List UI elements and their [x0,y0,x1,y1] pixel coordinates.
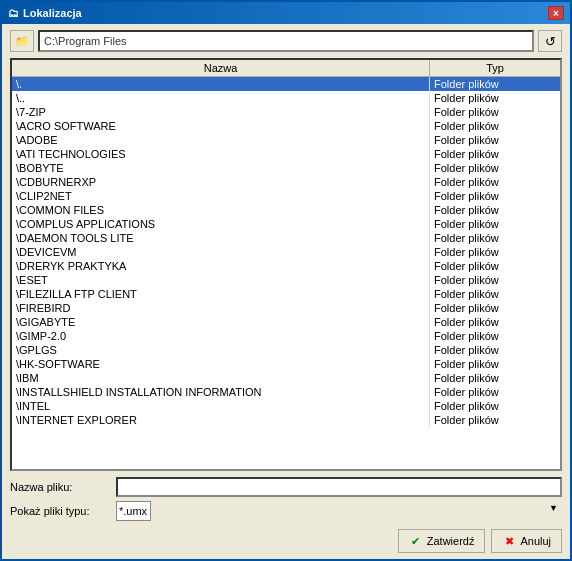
cell-type: Folder plików [430,357,560,371]
table-row[interactable]: \COMMON FILESFolder plików [12,203,560,217]
filetype-row: Pokaż pliki typu: *.umx [10,501,562,521]
title-bar-left: 🗂 Lokalizacja [8,7,82,19]
table-row[interactable]: \COMPLUS APPLICATIONSFolder plików [12,217,560,231]
table-row[interactable]: \.Folder plików [12,77,560,91]
window-icon: 🗂 [8,7,19,19]
cell-name: \GPLGS [12,343,430,357]
cell-type: Folder plików [430,329,560,343]
ok-button[interactable]: ✔ Zatwierdź [398,529,486,553]
table-row[interactable]: \IBMFolder plików [12,371,560,385]
folder-icon-button[interactable]: 📁 [10,30,34,52]
col-header-name: Nazwa [12,60,430,76]
cell-name: \ADOBE [12,133,430,147]
table-row[interactable]: \GIMP-2.0Folder plików [12,329,560,343]
cell-type: Folder plików [430,245,560,259]
cell-type: Folder plików [430,147,560,161]
cell-type: Folder plików [430,133,560,147]
table-row[interactable]: \FIREBIRDFolder plików [12,301,560,315]
cell-name: \CLIP2NET [12,189,430,203]
filetype-label: Pokaż pliki typu: [10,505,110,517]
table-row[interactable]: \FILEZILLA FTP CLIENTFolder plików [12,287,560,301]
table-row[interactable]: \HK-SOFTWAREFolder plików [12,357,560,371]
cell-type: Folder plików [430,217,560,231]
filename-input[interactable] [116,477,562,497]
table-row[interactable]: \BOBYTEFolder plików [12,161,560,175]
table-scroll[interactable]: \.Folder plików\..Folder plików\7-ZIPFol… [12,77,560,469]
cancel-icon: ✖ [502,534,516,548]
table-row[interactable]: \GIGABYTEFolder plików [12,315,560,329]
table-row[interactable]: \ADOBEFolder plików [12,133,560,147]
refresh-button[interactable]: ↺ [538,30,562,52]
path-input[interactable] [38,30,534,52]
table-row[interactable]: \INSTALLSHIELD INSTALLATION INFORMATIONF… [12,385,560,399]
cancel-button[interactable]: ✖ Anuluj [491,529,562,553]
cell-name: \. [12,77,430,91]
table-row[interactable]: \..Folder plików [12,91,560,105]
filename-label: Nazwa pliku: [10,481,110,493]
cell-type: Folder plików [430,343,560,357]
refresh-icon: ↺ [545,34,556,49]
table-row[interactable]: \CDBURNERXPFolder plików [12,175,560,189]
table-row[interactable]: \GPLGSFolder plików [12,343,560,357]
table-row[interactable]: \CLIP2NETFolder plików [12,189,560,203]
table-row[interactable]: \INTELFolder plików [12,399,560,413]
table-header: Nazwa Typ [12,60,560,77]
cell-name: \IBM [12,371,430,385]
cell-name: \ATI TECHNOLOGIES [12,147,430,161]
table-row[interactable]: \DRERYK PRAKTYKAFolder plików [12,259,560,273]
cell-type: Folder plików [430,189,560,203]
cell-name: \FILEZILLA FTP CLIENT [12,287,430,301]
cell-name: \GIGABYTE [12,315,430,329]
table-row[interactable]: \7-ZIPFolder plików [12,105,560,119]
cell-type: Folder plików [430,287,560,301]
cell-name: \ESET [12,273,430,287]
cell-type: Folder plików [430,315,560,329]
bottom-fields: Nazwa pliku: Pokaż pliki typu: *.umx [10,477,562,521]
top-bar: 📁 ↺ [10,30,562,52]
filetype-select-wrapper: *.umx [116,501,562,521]
cell-type: Folder plików [430,119,560,133]
cell-name: \.. [12,91,430,105]
cell-name: \COMMON FILES [12,203,430,217]
content-area: 📁 ↺ Nazwa Typ \.Folder plików\..Folder p… [2,24,570,559]
table-row[interactable]: \ESETFolder plików [12,273,560,287]
table-row[interactable]: \INTERNET EXPLORERFolder plików [12,413,560,427]
cell-name: \7-ZIP [12,105,430,119]
title-bar: 🗂 Lokalizacja × [2,2,570,24]
cell-type: Folder plików [430,105,560,119]
table-row[interactable]: \ACRO SOFTWAREFolder plików [12,119,560,133]
cell-type: Folder plików [430,161,560,175]
filetype-select[interactable]: *.umx [116,501,151,521]
cell-type: Folder plików [430,273,560,287]
cell-type: Folder plików [430,385,560,399]
cell-name: \DAEMON TOOLS LITE [12,231,430,245]
main-window: 🗂 Lokalizacja × 📁 ↺ Nazwa Typ \.Folder p… [0,0,572,561]
folder-icon: 📁 [15,35,29,48]
cell-name: \ACRO SOFTWARE [12,119,430,133]
cell-name: \INSTALLSHIELD INSTALLATION INFORMATION [12,385,430,399]
cell-name: \INTERNET EXPLORER [12,413,430,427]
cell-name: \INTEL [12,399,430,413]
table-row[interactable]: \DEVICEVMFolder plików [12,245,560,259]
col-header-type: Typ [430,60,560,76]
cancel-label: Anuluj [520,535,551,547]
cell-type: Folder plików [430,77,560,91]
cell-type: Folder plików [430,399,560,413]
cell-name: \GIMP-2.0 [12,329,430,343]
cell-name: \FIREBIRD [12,301,430,315]
buttons-row: ✔ Zatwierdź ✖ Anuluj [10,529,562,553]
cell-type: Folder plików [430,231,560,245]
cell-type: Folder plików [430,91,560,105]
table-row[interactable]: \DAEMON TOOLS LITEFolder plików [12,231,560,245]
cell-name: \DRERYK PRAKTYKA [12,259,430,273]
ok-label: Zatwierdź [427,535,475,547]
cell-type: Folder plików [430,371,560,385]
cell-name: \HK-SOFTWARE [12,357,430,371]
table-row[interactable]: \ATI TECHNOLOGIESFolder plików [12,147,560,161]
cell-type: Folder plików [430,175,560,189]
cell-type: Folder plików [430,413,560,427]
filename-row: Nazwa pliku: [10,477,562,497]
cell-name: \CDBURNERXP [12,175,430,189]
close-button[interactable]: × [548,6,564,20]
cell-type: Folder plików [430,301,560,315]
